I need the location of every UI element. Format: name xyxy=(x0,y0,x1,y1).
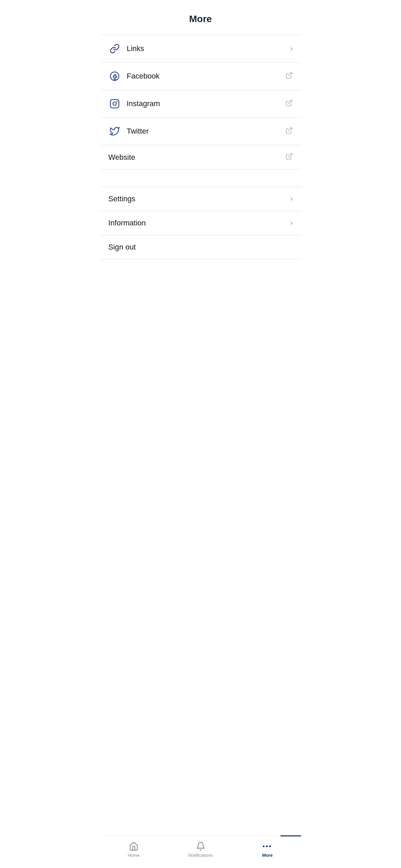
notifications-icon xyxy=(196,841,206,851)
website-menu-item[interactable]: Website xyxy=(100,145,301,170)
home-icon xyxy=(129,841,139,851)
links-menu-item[interactable]: Links › xyxy=(100,35,301,63)
links-chevron-icon: › xyxy=(290,44,293,53)
svg-line-1 xyxy=(288,72,292,76)
notifications-nav-label: Notifications xyxy=(188,853,213,858)
bottom-menu-section: Settings › Information › Sign out xyxy=(100,187,301,259)
more-nav-label: More xyxy=(262,853,273,858)
nav-home[interactable]: Home xyxy=(100,839,167,860)
home-nav-label: Home xyxy=(128,853,139,858)
facebook-label: Facebook xyxy=(127,72,285,81)
facebook-icon xyxy=(108,70,121,82)
more-dots-icon: ••• xyxy=(262,841,272,851)
facebook-menu-item[interactable]: Facebook xyxy=(100,63,301,90)
settings-chevron-icon: › xyxy=(290,194,293,203)
information-label: Information xyxy=(108,219,290,227)
facebook-external-icon xyxy=(285,72,293,81)
twitter-menu-item[interactable]: Twitter xyxy=(100,118,301,145)
link-icon xyxy=(108,42,121,55)
information-menu-item[interactable]: Information › xyxy=(100,211,301,235)
svg-point-3 xyxy=(113,102,116,105)
instagram-label: Instagram xyxy=(127,99,285,108)
top-menu-section: Links › Facebook xyxy=(100,35,301,170)
twitter-label: Twitter xyxy=(127,127,285,136)
settings-menu-item[interactable]: Settings › xyxy=(100,187,301,211)
svg-rect-2 xyxy=(110,100,119,108)
links-label: Links xyxy=(127,44,290,53)
information-chevron-icon: › xyxy=(290,219,293,227)
twitter-icon xyxy=(108,125,121,137)
svg-line-7 xyxy=(288,154,292,157)
signout-label: Sign out xyxy=(108,243,293,252)
website-external-icon xyxy=(285,153,293,162)
instagram-menu-item[interactable]: Instagram xyxy=(100,90,301,118)
svg-point-0 xyxy=(110,72,119,81)
svg-point-4 xyxy=(117,101,117,102)
page-title: More xyxy=(100,0,301,35)
website-label: Website xyxy=(108,153,285,162)
svg-line-6 xyxy=(288,127,292,131)
twitter-external-icon xyxy=(285,127,293,136)
svg-line-5 xyxy=(288,100,292,103)
active-nav-indicator xyxy=(281,835,301,836)
instagram-icon xyxy=(108,98,121,110)
signout-menu-item[interactable]: Sign out xyxy=(100,235,301,259)
section-gap xyxy=(100,170,301,187)
bottom-nav: Home Notifications ••• More xyxy=(100,835,301,868)
instagram-external-icon xyxy=(285,99,293,108)
settings-label: Settings xyxy=(108,194,290,203)
nav-more[interactable]: ••• More xyxy=(234,839,301,860)
nav-notifications[interactable]: Notifications xyxy=(167,839,234,860)
